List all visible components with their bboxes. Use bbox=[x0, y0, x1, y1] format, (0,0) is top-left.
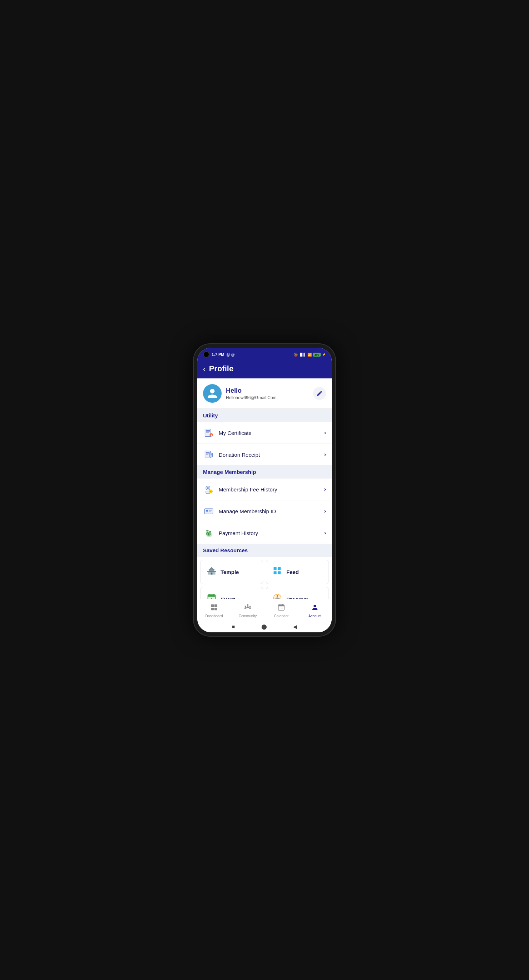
account-nav-label: Account bbox=[308, 614, 321, 618]
status-icons: 🔕 ▐▌▌ 📶 100 ⚡ bbox=[294, 353, 326, 356]
feed-card[interactable]: Feed bbox=[266, 560, 329, 584]
account-nav-icon bbox=[311, 603, 319, 613]
nav-account[interactable]: Account bbox=[298, 602, 332, 619]
event-label: Event bbox=[221, 596, 235, 599]
manage-membership-id-label: Manage Membership ID bbox=[219, 508, 276, 514]
chevron-icon: › bbox=[324, 486, 326, 493]
svg-rect-31 bbox=[278, 567, 281, 570]
utility-menu: ★ My Certificate › bbox=[197, 422, 332, 465]
chevron-icon: › bbox=[324, 430, 326, 436]
svg-point-58 bbox=[249, 606, 251, 607]
avatar bbox=[203, 384, 222, 403]
my-certificate-item[interactable]: ★ My Certificate › bbox=[197, 422, 332, 444]
page-header: ‹ Profile bbox=[197, 361, 332, 379]
svg-rect-20 bbox=[209, 511, 211, 511]
dashboard-nav-icon bbox=[210, 603, 218, 613]
home-button[interactable]: ⬤ bbox=[261, 624, 267, 630]
program-icon bbox=[272, 593, 283, 599]
svg-rect-60 bbox=[278, 605, 284, 606]
svg-rect-8 bbox=[206, 453, 210, 454]
svg-rect-64 bbox=[281, 608, 282, 608]
svg-rect-37 bbox=[213, 594, 214, 596]
svg-rect-28 bbox=[207, 571, 216, 572]
manage-membership-section: Manage Membership $ bbox=[197, 465, 332, 544]
program-label: Program bbox=[286, 596, 308, 599]
svg-rect-54 bbox=[211, 608, 214, 610]
svg-point-66 bbox=[313, 605, 316, 607]
dashboard-nav-label: Dashboard bbox=[205, 614, 223, 618]
nav-community[interactable]: Community bbox=[231, 602, 265, 619]
utility-section-header: Utility bbox=[197, 409, 332, 422]
bottom-nav: Dashboard Community bbox=[197, 599, 332, 621]
event-icon bbox=[206, 593, 217, 599]
membership-fee-history-item[interactable]: $ Membership Fee History › bbox=[197, 479, 332, 500]
feed-label: Feed bbox=[286, 569, 299, 575]
nav-calendar[interactable]: Calendar bbox=[265, 602, 298, 619]
donation-icon: $ bbox=[203, 449, 214, 460]
svg-point-40 bbox=[276, 595, 278, 597]
svg-text:$: $ bbox=[210, 453, 211, 456]
svg-rect-36 bbox=[210, 594, 210, 596]
community-nav-icon bbox=[244, 603, 252, 613]
svg-rect-33 bbox=[278, 571, 281, 574]
battery-icon: 100 bbox=[313, 353, 321, 356]
svg-rect-29 bbox=[209, 570, 214, 571]
nav-dashboard[interactable]: Dashboard bbox=[197, 602, 231, 619]
chevron-icon: › bbox=[324, 451, 326, 458]
temple-card[interactable]: Temple bbox=[200, 560, 263, 584]
main-content: Hello Hellonew696@Gmail.Com Utility bbox=[197, 379, 332, 599]
system-bar: ■ ⬤ ◀ bbox=[197, 621, 332, 632]
mute-icon: 🔕 bbox=[294, 353, 298, 356]
svg-point-56 bbox=[247, 604, 249, 606]
manage-membership-menu: $ Membership Fee History › bbox=[197, 479, 332, 544]
temple-label: Temple bbox=[221, 569, 239, 575]
payment-icon: $ bbox=[203, 527, 214, 539]
phone-screen: 1:7 PM @ @ 🔕 ▐▌▌ 📶 100 ⚡ ‹ Profile bbox=[197, 348, 332, 632]
my-certificate-label: My Certificate bbox=[219, 430, 252, 436]
profile-email: Hellonew696@Gmail.Com bbox=[226, 395, 276, 400]
community-nav-label: Community bbox=[239, 614, 257, 618]
calendar-nav-icon bbox=[277, 603, 285, 613]
svg-rect-19 bbox=[209, 510, 211, 511]
chevron-icon: › bbox=[324, 508, 326, 514]
svg-rect-61 bbox=[280, 604, 280, 606]
utility-section: Utility bbox=[197, 409, 332, 465]
profile-section: Hello Hellonew696@Gmail.Com bbox=[197, 379, 332, 409]
saved-resources-section: Saved Resources bbox=[197, 544, 332, 599]
svg-rect-2 bbox=[206, 431, 210, 432]
manage-membership-header: Manage Membership bbox=[197, 465, 332, 479]
charging-icon: ⚡ bbox=[322, 353, 326, 356]
donation-receipt-item[interactable]: $ Donation Receipt › bbox=[197, 444, 332, 465]
back-button-sys[interactable]: ◀ bbox=[293, 624, 297, 630]
svg-rect-1 bbox=[206, 430, 210, 431]
calendar-nav-label: Calendar bbox=[274, 614, 289, 618]
donation-receipt-label: Donation Receipt bbox=[219, 452, 260, 458]
svg-rect-30 bbox=[274, 567, 276, 570]
program-card[interactable]: Program bbox=[266, 587, 329, 599]
payment-history-item[interactable]: $ Payment History › bbox=[197, 522, 332, 544]
chevron-icon: › bbox=[324, 530, 326, 536]
svg-rect-55 bbox=[214, 608, 217, 610]
phone-frame: 1:7 PM @ @ 🔕 ▐▌▌ 📶 100 ⚡ ‹ Profile bbox=[193, 344, 336, 636]
svg-rect-63 bbox=[280, 608, 280, 608]
signal-icon: ▐▌▌ bbox=[299, 353, 306, 356]
back-button[interactable]: ‹ bbox=[203, 365, 205, 373]
status-time: 1:7 PM bbox=[211, 352, 224, 356]
camera-dot bbox=[203, 351, 210, 358]
manage-membership-id-item[interactable]: Manage Membership ID › bbox=[197, 500, 332, 522]
square-button[interactable]: ■ bbox=[232, 624, 235, 630]
page-title: Profile bbox=[209, 364, 234, 374]
svg-rect-62 bbox=[282, 604, 283, 606]
temple-icon bbox=[206, 566, 217, 578]
event-card[interactable]: Event bbox=[200, 587, 263, 599]
svg-rect-52 bbox=[211, 605, 214, 607]
edit-profile-button[interactable] bbox=[313, 387, 326, 400]
svg-rect-3 bbox=[206, 433, 209, 433]
svg-rect-53 bbox=[214, 605, 217, 607]
svg-rect-35 bbox=[208, 595, 216, 597]
svg-rect-32 bbox=[274, 571, 276, 574]
svg-rect-9 bbox=[206, 454, 208, 455]
payment-history-label: Payment History bbox=[219, 530, 258, 536]
membership-fee-label: Membership Fee History bbox=[219, 487, 277, 493]
svg-point-18 bbox=[206, 510, 208, 512]
